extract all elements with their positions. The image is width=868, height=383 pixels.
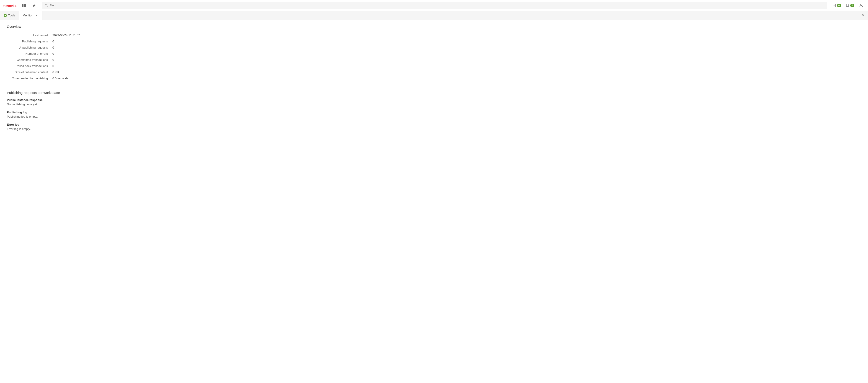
last-restart-value: 2023-03-24 11:31:57	[53, 33, 80, 37]
tools-tab-label: Tools	[8, 14, 15, 17]
favorites-icon[interactable]	[30, 1, 38, 9]
tasks-icon	[832, 4, 836, 7]
logo: magnolia	[3, 2, 17, 9]
public-instance-title: Public instance response	[7, 98, 861, 102]
time-needed-value: 0.0 seconds	[53, 77, 68, 80]
svg-rect-2	[24, 4, 25, 5]
error-log-section: Error log Error log is empty.	[7, 123, 861, 130]
rolled-back-transactions-label: Rolled back transactions	[7, 64, 53, 68]
last-restart-row: Last restart 2023-03-24 11:31:57	[7, 32, 861, 38]
svg-rect-5	[24, 5, 25, 6]
last-restart-label: Last restart	[7, 33, 53, 37]
publishing-requests-label: Publishing requests	[7, 40, 53, 43]
public-instance-content: No publishing done yet.	[7, 102, 861, 106]
svg-rect-12	[833, 4, 836, 7]
number-of-errors-value: 0	[53, 52, 54, 55]
tasks-badge: 0	[837, 4, 841, 7]
time-needed-label: Time needed for publishing	[7, 77, 53, 80]
unpublishing-requests-label: Unpublishing requests	[7, 46, 53, 49]
committed-transactions-row: Committed transactions 0	[7, 57, 861, 63]
main-content: Overview Last restart 2023-03-24 11:31:5…	[0, 20, 868, 135]
size-published-row: Size of published content 0 KB	[7, 69, 861, 75]
publishing-log-section: Publishing log Publishing log is empty.	[7, 111, 861, 118]
publishing-requests-row: Publishing requests 0	[7, 38, 861, 45]
publishing-requests-value: 0	[53, 40, 54, 43]
publishing-log-title: Publishing log	[7, 111, 861, 114]
overview-title: Overview	[7, 25, 861, 29]
tasks-button[interactable]: 0	[831, 3, 843, 8]
rolled-back-transactions-row: Rolled back transactions 0	[7, 63, 861, 69]
committed-transactions-value: 0	[53, 58, 54, 62]
public-instance-section: Public instance response No publishing d…	[7, 98, 861, 106]
section-divider	[7, 86, 861, 86]
number-of-errors-label: Number of errors	[7, 52, 53, 55]
apps-icon[interactable]	[20, 1, 28, 9]
notifications-badge: 0	[850, 4, 854, 7]
close-monitor-tab-button[interactable]: ×	[34, 13, 38, 18]
notifications-button[interactable]: 0	[844, 3, 856, 8]
svg-point-10	[45, 4, 47, 6]
monitor-tab-label: Monitor	[23, 14, 32, 17]
size-published-label: Size of published content	[7, 70, 53, 74]
unpublishing-requests-value: 0	[53, 46, 54, 49]
committed-transactions-label: Committed transactions	[7, 58, 53, 62]
publishing-workspace-title: Publishing requests per workspace	[7, 91, 861, 95]
monitor-tab[interactable]: Monitor ×	[19, 11, 42, 20]
overview-table: Last restart 2023-03-24 11:31:57 Publish…	[7, 32, 861, 81]
tools-tab[interactable]: Tools	[0, 11, 19, 20]
time-needed-row: Time needed for publishing 0.0 seconds	[7, 75, 861, 81]
svg-rect-1	[22, 4, 24, 5]
close-tabbar-button[interactable]: ×	[858, 13, 868, 18]
search-bar	[42, 2, 827, 9]
svg-line-11	[47, 6, 48, 7]
rolled-back-transactions-value: 0	[53, 64, 54, 68]
navbar: magnolia	[0, 0, 868, 11]
number-of-errors-row: Number of errors 0	[7, 51, 861, 57]
error-log-title: Error log	[7, 123, 861, 126]
error-log-content: Error log is empty.	[7, 127, 861, 130]
svg-rect-4	[22, 5, 24, 6]
unpublishing-requests-row: Unpublishing requests 0	[7, 45, 861, 51]
publishing-workspace-section: Publishing requests per workspace	[7, 91, 861, 95]
tools-icon	[4, 14, 7, 17]
search-input[interactable]	[50, 4, 824, 7]
svg-rect-9	[25, 6, 26, 7]
svg-rect-3	[25, 4, 26, 5]
nav-right: 0 0	[831, 1, 865, 9]
search-icon	[45, 4, 48, 7]
svg-rect-7	[22, 6, 24, 7]
user-icon[interactable]	[857, 1, 865, 9]
publishing-log-content: Publishing log is empty.	[7, 115, 861, 118]
size-published-value: 0 KB	[53, 70, 59, 74]
svg-text:magnolia: magnolia	[3, 4, 17, 7]
tabbar: Tools Monitor × ×	[0, 11, 868, 20]
svg-point-15	[861, 4, 862, 5]
svg-rect-8	[24, 6, 25, 7]
bell-icon	[846, 4, 849, 7]
svg-rect-6	[25, 5, 26, 6]
